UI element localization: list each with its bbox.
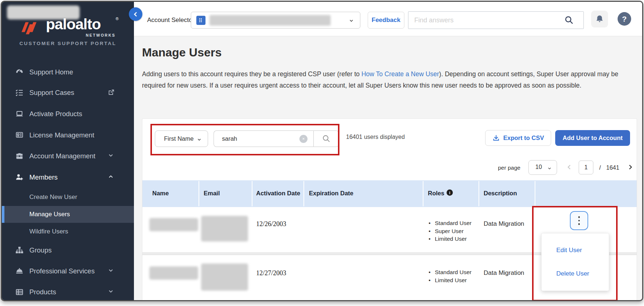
chevron-down-icon [108,267,116,275]
sidebar-item-groups[interactable]: Groups [2,243,134,258]
previous-page-icon[interactable] [565,163,574,172]
search-icon[interactable] [564,15,574,25]
sidebar-item-label: License Management [29,131,94,139]
sidebar-subitem-label: Wildfire Users [29,228,68,235]
roles-cell: Standard User Super User Limited User [429,219,472,243]
sidebar-item-support-home[interactable]: Support Home [2,65,134,80]
help-icon: ? [622,15,627,23]
per-page-value: 10 [535,164,542,170]
notifications-button[interactable] [591,11,608,27]
sidebar-item-create-new-user[interactable]: Create New User [2,190,134,204]
per-page-select[interactable]: 10 [528,160,557,175]
filter-field-select[interactable]: First Name [155,130,208,147]
chevron-up-icon [108,173,116,181]
redacted-account-name [210,15,331,26]
roles-info-icon[interactable]: i [447,189,453,196]
role-item: Standard User [429,268,472,276]
gauge-icon [15,68,24,77]
checklist-icon [15,88,24,97]
account-selector-dropdown[interactable] [191,12,360,29]
column-divider [423,181,423,206]
column-header-roles: Roles [428,190,444,197]
sidebar-item-manage-users[interactable]: Manage Users [2,207,134,222]
column-header-expiration-date: Expiration Date [309,190,353,197]
sidebar-subitem-label: Manage Users [29,211,70,218]
delete-user-menu-item[interactable]: Delete User [542,270,609,277]
export-to-csv-button[interactable]: Export to CSV [485,130,551,146]
registered-mark: ® [116,16,119,21]
row-actions-kebab-button[interactable] [570,211,588,230]
sidebar-item-label: Support Home [29,68,73,76]
roles-cell: Standard User Limited User [429,268,472,284]
help-button[interactable]: ? [618,12,631,26]
user-search-field: ✕ [214,130,313,147]
description-text: Adding users to this account requires th… [142,70,361,78]
redacted-user-email [201,263,248,291]
sidebar-item-label: Groups [29,246,52,254]
service-dome-icon [15,267,24,276]
role-item: Standard User [429,219,472,227]
product-list-icon [15,288,24,296]
users-displayed-count: 16401 users displayed [346,134,405,140]
sidebar-item-license-management[interactable]: License Management [2,128,134,143]
activation-date-cell: 12/26/2003 [256,220,286,228]
sitemap-icon [15,246,24,255]
sidebar-collapse-button[interactable] [129,7,142,21]
account-selector-label: Account Selector [147,16,194,24]
sidebar-item-label: Professional Services [29,267,95,275]
feedback-button[interactable]: Feedback [368,12,404,29]
kebab-dot [578,223,580,225]
info-glyph: i [449,191,450,195]
brand-name: paloalto [46,16,101,33]
sidebar-item-support-cases[interactable]: Support Cases [2,85,134,100]
sidebar-item-products[interactable]: Products [2,285,134,299]
sidebar-item-activate-products[interactable]: Activate Products [2,107,134,121]
sidebar-subitem-label: Create New User [29,193,77,201]
find-answers-input[interactable] [408,11,584,29]
sidebar-item-account-management[interactable]: Account Management [2,149,134,163]
filter-field-value: First Name [164,135,194,142]
edit-user-menu-item[interactable]: Edit User [542,247,609,254]
chevron-down-icon [108,152,116,160]
sidebar-item-members[interactable]: Members [2,170,134,185]
column-divider [535,181,535,206]
search-submit-button[interactable] [313,130,339,147]
column-header-email: Email [204,190,220,197]
sidebar: paloalto ® NETWORKS CUSTOMER SUPPORT POR… [2,2,134,300]
brand-sub: NETWORKS [63,33,116,37]
column-header-name: Name [152,190,169,197]
paloalto-logo: paloalto ® NETWORKS [19,16,122,38]
how-to-create-user-link[interactable]: How To Create a New User [361,70,439,78]
current-page-input[interactable]: 1 [579,161,593,174]
sidebar-item-wildfire-users[interactable]: Wildfire Users [2,224,134,239]
redacted-user-name [149,266,198,280]
portal-title: CUSTOMER SUPPORT PORTAL [2,41,134,46]
chevron-down-icon [547,166,552,171]
bell-icon [595,14,604,24]
briefcase-icon [15,152,24,161]
kebab-dot [578,216,580,218]
add-user-to-account-button[interactable]: Add User to Account [555,130,630,146]
topbar: Account Selector Feedback ? [134,2,642,36]
redacted-user-name [149,218,198,231]
page-title: Manage Users [142,46,222,59]
search-icon [322,134,331,143]
chevron-down-icon [108,288,116,296]
sidebar-item-label: Support Cases [29,89,74,97]
clear-search-icon[interactable]: ✕ [299,135,308,143]
sidebar-item-professional-services[interactable]: Professional Services [2,264,134,279]
kebab-dot [578,220,580,222]
description-cell: Data Migration [484,220,524,228]
column-divider [199,181,199,206]
export-to-csv-label: Export to CSV [503,134,544,141]
column-divider [479,181,479,206]
building-icon [196,16,205,25]
total-pages: 1641 [606,165,619,171]
chevron-down-icon [197,137,202,142]
description-cell: Data Migration [484,269,524,277]
paloalto-logo-icon [19,17,41,38]
sidebar-item-label: Activate Products [29,110,82,118]
page-divider: / [599,165,601,171]
user-search-input[interactable] [222,135,281,142]
next-page-icon[interactable] [626,163,634,172]
